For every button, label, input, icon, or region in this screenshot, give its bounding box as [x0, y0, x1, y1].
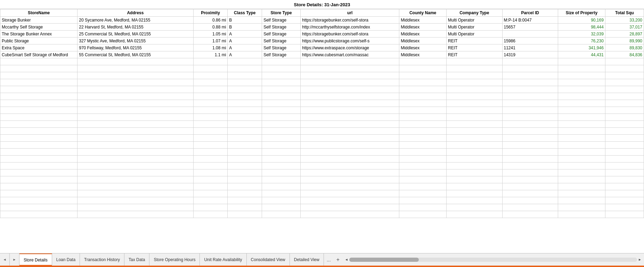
empty-cell	[399, 121, 447, 128]
empty-row	[0, 65, 644, 72]
empty-cell	[399, 114, 447, 121]
tab-detailed-view[interactable]: Detailed View	[290, 253, 324, 266]
empty-cell	[78, 211, 193, 218]
empty-cell	[399, 197, 447, 204]
tab-nav-next[interactable]: ►	[10, 253, 19, 266]
cell-companyType: REIT	[447, 51, 503, 58]
empty-cell	[0, 162, 78, 169]
empty-cell	[228, 86, 262, 93]
empty-cell	[262, 162, 301, 169]
empty-cell	[301, 197, 399, 204]
empty-cell	[193, 197, 228, 204]
empty-cell	[301, 204, 399, 211]
empty-cell	[262, 128, 301, 135]
table-row[interactable]: The Storage Bunker Annex25 Commercial St…	[0, 31, 644, 37]
cell-countyName: Middlesex	[399, 17, 447, 24]
tab-nav-prev[interactable]: ◄	[0, 253, 10, 266]
table-row[interactable]: Public Storage327 Mystic Ave, Medford, M…	[0, 37, 644, 44]
cell-url: https://storagebunker.com/self-stora	[301, 17, 399, 24]
tab-more-btn[interactable]: ...	[324, 253, 334, 266]
table-row[interactable]: CubeSmart Self Storage of Medford55 Comm…	[0, 51, 644, 58]
cell-classType: B	[228, 17, 262, 24]
empty-cell	[605, 100, 644, 107]
empty-cell	[301, 107, 399, 114]
scrollbar-thumb	[349, 258, 419, 262]
tab-add-btn[interactable]: +	[334, 253, 342, 266]
tab-store-details[interactable]: Store Details	[19, 253, 52, 266]
empty-cell	[78, 204, 193, 211]
empty-cell	[228, 211, 262, 218]
cell-countyName: Middlesex	[399, 24, 447, 31]
empty-row	[0, 72, 644, 79]
empty-cell	[502, 135, 558, 142]
empty-cell	[605, 176, 644, 183]
empty-cell	[447, 114, 503, 121]
scroll-left-btn[interactable]: ◄	[344, 257, 349, 262]
table-row[interactable]: Extra Space970 Fellsway, Medford, MA 021…	[0, 44, 644, 51]
empty-cell	[0, 86, 78, 93]
empty-cell	[0, 176, 78, 183]
empty-cell	[502, 169, 558, 176]
empty-cell	[447, 72, 503, 79]
cell-countyName: Middlesex	[399, 31, 447, 37]
empty-row	[0, 121, 644, 128]
empty-row	[0, 86, 644, 93]
empty-cell	[558, 169, 605, 176]
empty-cell	[558, 79, 605, 86]
cell-proximity: 0.86 mi	[193, 17, 228, 24]
scroll-right-btn[interactable]: ►	[637, 257, 643, 262]
cell-countyName: Middlesex	[399, 37, 447, 44]
empty-cell	[447, 197, 503, 204]
col-header-proximity: Proximity	[193, 9, 228, 17]
empty-cell	[502, 156, 558, 162]
empty-cell	[605, 86, 644, 93]
empty-cell	[502, 58, 558, 65]
tab-transaction-history[interactable]: Transaction History	[80, 253, 124, 266]
empty-cell	[558, 204, 605, 211]
cell-storeName: Public Storage	[0, 37, 78, 44]
empty-cell	[78, 100, 193, 107]
table-row[interactable]: Storage Bunker20 Sycamore Ave, Medford, …	[0, 17, 644, 24]
empty-cell	[193, 142, 228, 149]
empty-cell	[262, 169, 301, 176]
tab-consolidated-view[interactable]: Consolidated View	[247, 253, 290, 266]
empty-cell	[228, 162, 262, 169]
cell-sizeOfProperty: 32,039	[558, 31, 605, 37]
cell-url: https://www.cubesmart.com/massac	[301, 51, 399, 58]
empty-cell	[78, 121, 193, 128]
tab-store-operating-hours[interactable]: Store Operating Hours	[149, 253, 200, 266]
cell-storeType: Self Storage	[262, 24, 301, 31]
tab-loan-data[interactable]: Loan Data	[52, 253, 80, 266]
empty-cell	[262, 190, 301, 197]
empty-row	[0, 169, 644, 176]
empty-cell	[301, 142, 399, 149]
empty-cell	[558, 93, 605, 100]
empty-cell	[605, 114, 644, 121]
empty-cell	[558, 156, 605, 162]
scrollbar-track[interactable]	[349, 258, 637, 262]
tab-tax-data[interactable]: Tax Data	[124, 253, 149, 266]
empty-cell	[78, 107, 193, 114]
empty-cell	[78, 190, 193, 197]
empty-cell	[0, 107, 78, 114]
empty-row	[0, 135, 644, 142]
empty-cell	[0, 79, 78, 86]
cell-url: http://mccarthyselfstorage.com/index	[301, 24, 399, 31]
empty-cell	[78, 135, 193, 142]
tab-unit-rate-availability[interactable]: Unit Rate Availability	[200, 253, 246, 266]
empty-cell	[0, 169, 78, 176]
table-row[interactable]: Mccarthy Self Storage22 Harvard St, Medf…	[0, 24, 644, 31]
empty-cell	[558, 114, 605, 121]
empty-cell	[262, 107, 301, 114]
empty-cell	[399, 211, 447, 218]
cell-sizeOfProperty: 76,230	[558, 37, 605, 44]
empty-cell	[502, 190, 558, 197]
empty-cell	[447, 121, 503, 128]
empty-cell	[447, 86, 503, 93]
col-header-storeType: Store Type	[262, 9, 301, 17]
empty-cell	[301, 100, 399, 107]
empty-cell	[0, 100, 78, 107]
empty-cell	[228, 204, 262, 211]
empty-cell	[193, 128, 228, 135]
cell-parcelId: M:P-14 B:0047	[502, 17, 558, 24]
